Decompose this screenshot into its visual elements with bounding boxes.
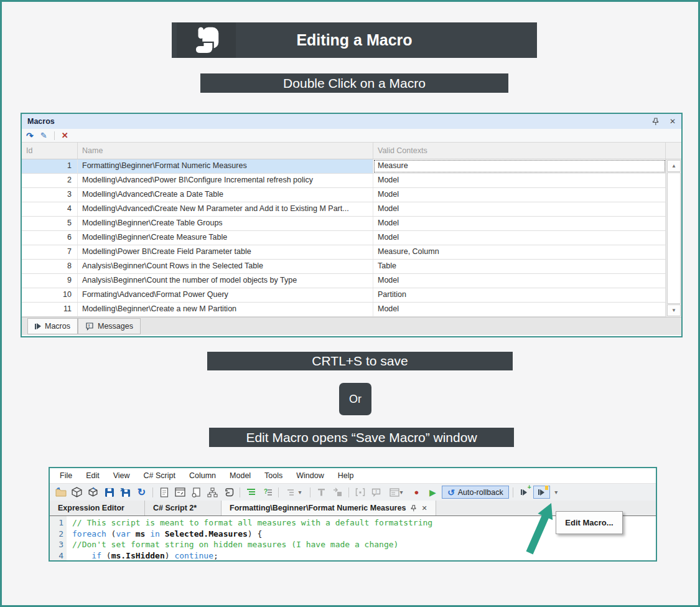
cell-name[interactable]: Modelling\Beginner\Create Table Groups bbox=[78, 217, 373, 230]
cell-id[interactable]: 5 bbox=[22, 217, 78, 230]
cell-contexts[interactable]: Model bbox=[373, 174, 666, 187]
pin-icon[interactable] bbox=[651, 118, 660, 126]
cell-name[interactable]: Modelling\Advanced\Create New M Paramete… bbox=[78, 202, 373, 216]
table-row[interactable]: 1 Formatting\Beginner\Format Numeric Mea… bbox=[22, 159, 666, 174]
tab-macros[interactable]: Macros bbox=[27, 318, 78, 334]
close-icon[interactable]: ✕ bbox=[421, 504, 427, 512]
table-row[interactable]: 3 Modelling\Advanced\Create a Date Table… bbox=[22, 188, 666, 202]
vertical-scrollbar[interactable]: ▲ ▼ bbox=[666, 159, 681, 317]
column-static-icon[interactable] bbox=[314, 486, 329, 499]
cell-name[interactable]: Analysis\Beginner\Count the number of mo… bbox=[78, 274, 373, 288]
cell-contexts[interactable]: Model bbox=[373, 274, 666, 288]
cell-name[interactable]: Modelling\Beginner\Create Measure Table bbox=[78, 231, 373, 245]
edit-macro-icon[interactable]: ✎ bbox=[40, 131, 47, 139]
menu-help[interactable]: Help bbox=[331, 471, 361, 480]
new-script-icon[interactable] bbox=[157, 486, 171, 499]
pin-icon[interactable] bbox=[410, 505, 417, 512]
cell-id[interactable]: 8 bbox=[22, 260, 78, 273]
deploy-cube-icon[interactable] bbox=[70, 486, 84, 499]
table-row[interactable]: 9 Analysis\Beginner\Count the number of … bbox=[22, 274, 666, 288]
menu-csharp-script[interactable]: C# Script bbox=[137, 471, 182, 480]
cell-contexts[interactable]: Model bbox=[373, 202, 666, 216]
cell-id[interactable]: 9 bbox=[22, 274, 78, 288]
cell-contexts[interactable]: Table bbox=[373, 260, 666, 273]
cell-contexts[interactable]: Partition bbox=[373, 288, 666, 302]
save-macro-icon[interactable]: + bbox=[517, 486, 531, 499]
tab-label: C# Script 2* bbox=[153, 504, 197, 512]
refresh-icon[interactable]: ↻ bbox=[134, 486, 149, 499]
table-row[interactable]: 10 Formating\Advanced\Format Power Query… bbox=[22, 288, 666, 303]
run-macro-icon[interactable]: ↷ bbox=[26, 131, 34, 140]
cell-contexts[interactable]: Measure bbox=[373, 159, 666, 173]
cell-id[interactable]: 6 bbox=[22, 231, 78, 245]
table-row[interactable]: 2 Modelling\Advanced\Power BI\Configure … bbox=[22, 174, 666, 188]
delete-macro-icon[interactable]: ✕ bbox=[62, 131, 68, 139]
scrollbar-thumb[interactable] bbox=[667, 172, 681, 304]
table-row[interactable]: 5 Modelling\Beginner\Create Table Groups… bbox=[22, 217, 666, 231]
cell-name[interactable]: Analysis\Beginner\Count Rows in the Sele… bbox=[78, 260, 373, 273]
table-row[interactable]: 6 Modelling\Beginner\Create Measure Tabl… bbox=[22, 231, 666, 245]
tab-macro-script[interactable]: Formatting\Beginner\Format Numeric Measu… bbox=[222, 501, 436, 515]
save-icon[interactable] bbox=[102, 486, 116, 499]
menu-file[interactable]: File bbox=[53, 471, 79, 480]
cell-id[interactable]: 4 bbox=[22, 202, 78, 216]
form-view-dropdown[interactable]: ▾ bbox=[385, 486, 408, 499]
cell-id[interactable]: 11 bbox=[22, 303, 78, 316]
cell-id[interactable]: 3 bbox=[22, 188, 78, 202]
record-macro-icon[interactable]: ● bbox=[409, 486, 424, 499]
close-icon[interactable]: ✕ bbox=[670, 117, 676, 126]
goto-object-icon[interactable] bbox=[330, 486, 345, 499]
menu-window[interactable]: Window bbox=[289, 471, 330, 480]
hierarchy-icon[interactable] bbox=[205, 486, 220, 499]
scroll-up-button[interactable]: ▲ bbox=[667, 160, 681, 172]
table-row[interactable]: 4 Modelling\Advanced\Create New M Parame… bbox=[22, 202, 666, 217]
cell-id[interactable]: 7 bbox=[22, 245, 78, 259]
cell-contexts[interactable]: Model bbox=[373, 303, 666, 316]
cell-name[interactable]: Modelling\Advanced\Power BI\Configure In… bbox=[78, 174, 373, 187]
tab-csharp-script[interactable]: C# Script 2* bbox=[145, 501, 222, 515]
script-scroll-icon[interactable] bbox=[222, 486, 236, 499]
open-cube-icon[interactable] bbox=[86, 486, 100, 499]
cell-name[interactable]: Formating\Advanced\Format Power Query bbox=[78, 288, 373, 302]
watch-icon[interactable] bbox=[353, 486, 367, 499]
table-row[interactable]: 7 Modelling\Power BI\Create Field Parame… bbox=[22, 245, 666, 260]
tab-expression-editor[interactable]: Expression Editor bbox=[50, 501, 145, 515]
perspective-dropdown[interactable]: ▾ bbox=[282, 486, 306, 499]
edit-macro-button[interactable] bbox=[533, 486, 550, 499]
cell-name[interactable]: Modelling\Beginner\Create a new M Partit… bbox=[78, 303, 373, 316]
cell-contexts[interactable]: Measure, Column bbox=[373, 245, 666, 259]
comment-icon[interactable]: ! bbox=[369, 486, 383, 499]
scroll-down-button[interactable]: ▼ bbox=[667, 304, 681, 316]
undo-icon: ↺ bbox=[447, 487, 455, 497]
macro-dropdown-caret[interactable]: ▾ bbox=[552, 486, 561, 499]
format-code-icon[interactable]: ? bbox=[260, 486, 274, 499]
cell-contexts[interactable]: Model bbox=[373, 231, 666, 245]
table-row[interactable]: 8 Analysis\Beginner\Count Rows in the Se… bbox=[22, 260, 666, 274]
cell-contexts[interactable]: Model bbox=[373, 217, 666, 230]
column-header-id[interactable]: Id bbox=[22, 143, 78, 159]
save-all-icon[interactable] bbox=[118, 486, 133, 499]
table-row[interactable]: 11 Modelling\Beginner\Create a new M Par… bbox=[22, 303, 666, 317]
menu-edit[interactable]: Edit bbox=[79, 471, 106, 480]
menu-tools[interactable]: Tools bbox=[258, 471, 289, 480]
column-header-name[interactable]: Name bbox=[78, 143, 373, 159]
cell-id[interactable]: 2 bbox=[22, 174, 78, 187]
open-model-icon[interactable] bbox=[54, 486, 68, 499]
menu-column[interactable]: Column bbox=[182, 471, 223, 480]
cell-contexts[interactable]: Model bbox=[373, 188, 666, 202]
code-text[interactable]: // This script is meant to format all me… bbox=[67, 516, 432, 560]
cell-name[interactable]: Formatting\Beginner\Format Numeric Measu… bbox=[78, 159, 373, 173]
run-script-icon[interactable]: ▶ bbox=[426, 486, 440, 499]
cell-name[interactable]: Modelling\Power BI\Create Field Paramete… bbox=[78, 245, 373, 259]
format-dax-icon[interactable] bbox=[244, 486, 258, 499]
auto-rollback-button[interactable]: ↺ Auto-rollback bbox=[442, 486, 509, 499]
preferences-window-icon[interactable] bbox=[173, 486, 187, 499]
new-document-icon[interactable] bbox=[189, 486, 203, 499]
menu-view[interactable]: View bbox=[106, 471, 137, 480]
menu-model[interactable]: Model bbox=[223, 471, 258, 480]
cell-name[interactable]: Modelling\Advanced\Create a Date Table bbox=[78, 188, 373, 202]
column-header-valid-contexts[interactable]: Valid Contexts bbox=[373, 143, 666, 159]
cell-id[interactable]: 1 bbox=[22, 159, 78, 173]
cell-id[interactable]: 10 bbox=[22, 288, 78, 302]
tab-messages[interactable]: ! Messages bbox=[78, 318, 141, 334]
